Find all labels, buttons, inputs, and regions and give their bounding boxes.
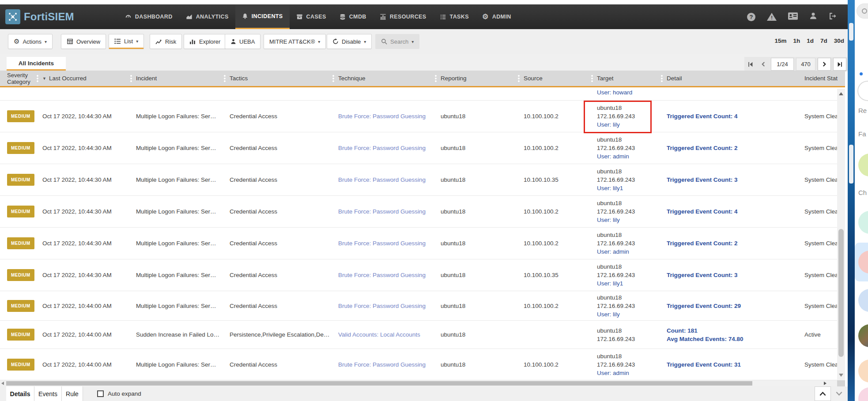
strip-thumb[interactable] [849, 145, 853, 184]
tab-events[interactable]: Events [34, 386, 62, 401]
brand[interactable]: FortiSIEM [5, 9, 74, 24]
page-indicator[interactable]: 1/24 [771, 58, 794, 71]
last-page-button[interactable] [833, 58, 846, 71]
target-user[interactable]: User: lily1 [597, 184, 665, 192]
help-icon[interactable]: ? [747, 13, 755, 21]
table-vertical-scrollbar[interactable] [837, 89, 845, 380]
target-user[interactable]: User: admin [597, 369, 665, 377]
strip-thumb[interactable] [849, 23, 853, 41]
explorer-button[interactable]: Explorer [184, 34, 226, 49]
time-range-1d[interactable]: 1d [807, 37, 814, 44]
technique-link[interactable]: Valid Accounts: Local Accounts [338, 321, 435, 349]
detail-primary-link[interactable]: Triggered Event Count: 2 [667, 144, 799, 152]
avatar[interactable] [858, 360, 868, 382]
nav-item-resources[interactable]: RESOURCES [373, 4, 433, 29]
table-row[interactable]: MEDIUM Oct 17 2022, 10:44:30 AM Multiple… [0, 101, 837, 132]
column-header-detail[interactable]: Detail [667, 71, 682, 86]
time-range-15m[interactable]: 15m [774, 37, 786, 44]
scroll-down-icon[interactable] [839, 374, 843, 377]
nav-item-dashboard[interactable]: DASHBOARD [118, 4, 179, 29]
avatar[interactable] [858, 211, 868, 234]
target-user[interactable]: User: lily1 [597, 279, 665, 288]
next-page-button[interactable] [818, 58, 831, 71]
tab-all-incidents[interactable]: All Incidents [7, 57, 66, 71]
table-row[interactable]: MEDIUM Oct 17 2022, 10:44:30 AM Multiple… [0, 259, 837, 291]
technique-link[interactable]: Brute Force: Password Guessing [338, 196, 435, 227]
column-grip-icon[interactable] [518, 75, 520, 82]
nav-item-analytics[interactable]: ANALYTICS [179, 4, 235, 29]
detail-primary-link[interactable]: Triggered Event Count: 3 [667, 176, 799, 184]
time-range-1h[interactable]: 1h [793, 37, 800, 44]
time-range-7d[interactable]: 7d [820, 37, 827, 44]
previous-page-button[interactable] [758, 58, 769, 71]
column-header-target[interactable]: Target [597, 71, 614, 86]
table-row[interactable]: MEDIUM Oct 17 2022, 10:44:30 AM Multiple… [0, 164, 837, 196]
technique-link[interactable]: Brute Force: Password Guessing [338, 132, 435, 164]
panel-expand-button[interactable] [815, 386, 831, 401]
target-user[interactable]: User: howard [597, 89, 632, 96]
target-user[interactable]: User: lily [597, 310, 665, 319]
avatar[interactable] [858, 289, 868, 312]
detail-primary-link[interactable]: Triggered Event Count: 29 [667, 302, 799, 310]
column-grip-icon[interactable] [224, 75, 226, 82]
detail-primary-link[interactable]: Triggered Event Count: 2 [667, 239, 799, 247]
vertical-scroll-thumb[interactable] [838, 229, 844, 357]
auto-expand-checkbox[interactable] [97, 390, 104, 397]
horizontal-scroll-thumb[interactable] [6, 381, 752, 386]
column-grip-icon[interactable] [130, 75, 132, 82]
nav-item-tasks[interactable]: TASKS [433, 4, 476, 29]
background-window-scrollbar[interactable] [848, 0, 855, 401]
selected-avatar-highlight[interactable] [855, 243, 868, 281]
detail-primary-link[interactable]: Triggered Event Count: 4 [667, 112, 799, 120]
table-row[interactable]: MEDIUM Oct 17 2022, 10:44:00 AM Sudden I… [0, 321, 837, 349]
table-row[interactable]: MEDIUM Oct 17 2022, 10:44:30 AM Multiple… [0, 228, 837, 259]
nav-item-cases[interactable]: CASES [290, 4, 333, 29]
table-row[interactable]: MEDIUM Oct 17 2022, 10:44:00 AM Multiple… [0, 349, 837, 380]
risk-button[interactable]: Risk [150, 34, 182, 49]
nav-item-cmdb[interactable]: CMDB [333, 4, 373, 29]
detail-primary-link[interactable]: Triggered Event Count: 3 [667, 271, 799, 279]
first-page-button[interactable] [745, 58, 756, 71]
id-card-icon[interactable] [788, 12, 798, 22]
target-user[interactable]: User: lily [597, 216, 665, 224]
column-header-incident[interactable]: Incident [136, 71, 157, 86]
column-header-reporting[interactable]: Reporting [441, 71, 467, 86]
nav-item-admin[interactable]: ⚙ ADMIN [476, 4, 518, 29]
logout-icon[interactable] [829, 12, 837, 22]
column-header-source[interactable]: Source [524, 71, 543, 86]
avatar-photo[interactable] [858, 324, 868, 347]
tab-details[interactable]: Details [6, 386, 34, 401]
detail-primary-link[interactable]: Triggered Event Count: 4 [667, 207, 799, 216]
overview-button[interactable]: Overview [61, 34, 106, 49]
column-header-technique[interactable]: Technique [338, 71, 366, 86]
column-grip-icon[interactable] [37, 75, 38, 82]
search-input[interactable]: Search ▾ [375, 34, 419, 49]
scroll-left-icon[interactable] [1, 382, 4, 385]
column-header-tactics[interactable]: Tactics [230, 71, 248, 86]
column-grip-icon[interactable] [435, 75, 437, 82]
panel-collapse-button[interactable] [831, 386, 847, 401]
technique-link[interactable]: Brute Force: Password Guessing [338, 259, 435, 291]
avatar-ring[interactable] [857, 81, 868, 101]
target-user[interactable]: User: admin [597, 247, 665, 256]
detail-secondary-link[interactable]: Avg Matched Events: 74.80 [667, 335, 799, 343]
time-range-30d[interactable]: 30d [834, 37, 844, 44]
avatar[interactable] [858, 154, 868, 176]
technique-link[interactable]: Brute Force: Password Guessing [338, 164, 435, 195]
ueba-button[interactable]: UEBA [225, 34, 260, 49]
actions-button[interactable]: ⚙ Actions ▾ [8, 34, 53, 49]
table-horizontal-scrollbar[interactable] [0, 380, 837, 386]
side-search-pill[interactable] [857, 4, 868, 19]
column-header-incident-status[interactable]: Incident Stat [804, 71, 845, 86]
avatar[interactable] [858, 387, 868, 401]
target-user[interactable]: User: admin [597, 152, 665, 161]
avatar[interactable] [858, 251, 868, 274]
technique-link[interactable]: Brute Force: Password Guessing [338, 349, 435, 380]
technique-link[interactable]: Brute Force: Password Guessing [338, 228, 435, 259]
disable-button[interactable]: Disable ▾ [327, 34, 372, 49]
table-row[interactable]: MEDIUM Oct 17 2022, 10:44:00 AM Multiple… [0, 291, 837, 321]
table-row[interactable]: MEDIUM Oct 17 2022, 10:44:30 AM Multiple… [0, 196, 837, 228]
tab-rule[interactable]: Rule [62, 386, 83, 401]
target-user[interactable]: User: lily [597, 120, 665, 129]
technique-link[interactable]: Brute Force: Password Guessing [338, 101, 435, 132]
